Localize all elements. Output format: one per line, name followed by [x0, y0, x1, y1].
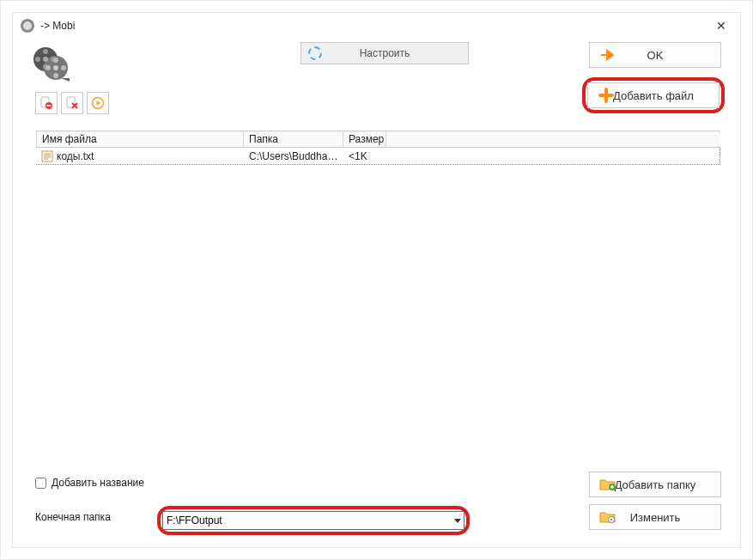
svg-point-1: [23, 21, 32, 30]
cell-folder: C:\Users\Buddha\D...: [244, 149, 343, 164]
svg-point-6: [43, 49, 48, 54]
table-header: Имя файла Папка Размер: [36, 131, 720, 148]
folder-plus-icon: [598, 478, 617, 491]
svg-point-22: [610, 519, 612, 520]
output-folder-combo[interactable]: F:\FFOutput: [162, 511, 465, 530]
close-icon[interactable]: ✕: [709, 17, 733, 34]
arrow-right-icon: [598, 48, 617, 62]
add-title-checkbox-row[interactable]: Добавить название: [35, 477, 144, 489]
file-action-row: [35, 92, 109, 114]
svg-point-11: [61, 65, 66, 70]
svg-point-13: [53, 73, 58, 78]
add-title-label: Добавить название: [52, 477, 144, 489]
add-folder-button[interactable]: Добавить папку: [589, 472, 721, 497]
folder-gear-icon: [598, 510, 617, 524]
window-title: -> Mobi: [40, 20, 75, 32]
svg-point-4: [43, 57, 48, 62]
output-path: F:\FFOutput: [167, 514, 222, 527]
svg-point-10: [53, 58, 58, 63]
table-row[interactable]: коды.txt C:\Users\Buddha\D... <1K: [36, 148, 720, 165]
change-label: Изменить: [630, 511, 681, 524]
play-button[interactable]: [87, 92, 109, 114]
add-file-button[interactable]: Добавить файл: [587, 82, 720, 108]
col-filename[interactable]: Имя файла: [36, 131, 244, 147]
svg-point-12: [46, 65, 51, 70]
clear-files-button[interactable]: [61, 92, 83, 114]
svg-rect-16: [47, 105, 52, 107]
svg-point-5: [53, 65, 58, 70]
addfolder-label: Добавить папку: [615, 478, 696, 491]
page-x-icon: [65, 96, 79, 110]
svg-point-8: [35, 57, 40, 62]
play-icon: [91, 96, 105, 110]
file-table: Имя файла Папка Размер коды.txt C:\Users…: [35, 130, 721, 434]
filmreel-icon: [30, 44, 71, 85]
app-icon: [20, 18, 35, 33]
textfile-icon: [41, 150, 53, 162]
ok-button[interactable]: OK: [589, 42, 721, 68]
add-title-checkbox[interactable]: [35, 478, 46, 489]
page-minus-icon: [39, 96, 53, 110]
settings-label: Настроить: [360, 47, 410, 59]
svg-rect-19: [42, 151, 52, 161]
cell-filename: коды.txt: [57, 150, 94, 162]
gear-icon: [308, 46, 322, 60]
col-folder[interactable]: Папка: [244, 131, 343, 147]
settings-button[interactable]: Настроить: [301, 42, 469, 64]
ok-label: OK: [647, 49, 664, 62]
chevron-down-icon: [454, 519, 461, 523]
change-button[interactable]: Изменить: [589, 504, 721, 530]
addfile-highlight: Добавить файл: [582, 77, 725, 113]
col-size[interactable]: Размер: [343, 131, 386, 147]
addfile-label: Добавить файл: [613, 89, 694, 102]
cell-size: <1K: [343, 149, 386, 164]
remove-file-button[interactable]: [35, 92, 58, 114]
output-folder-label: Конечная папка: [35, 511, 111, 523]
titlebar: -> Mobi ✕: [13, 13, 740, 39]
plus-icon: [597, 88, 616, 103]
output-highlight: F:\FFOutput: [157, 506, 470, 535]
